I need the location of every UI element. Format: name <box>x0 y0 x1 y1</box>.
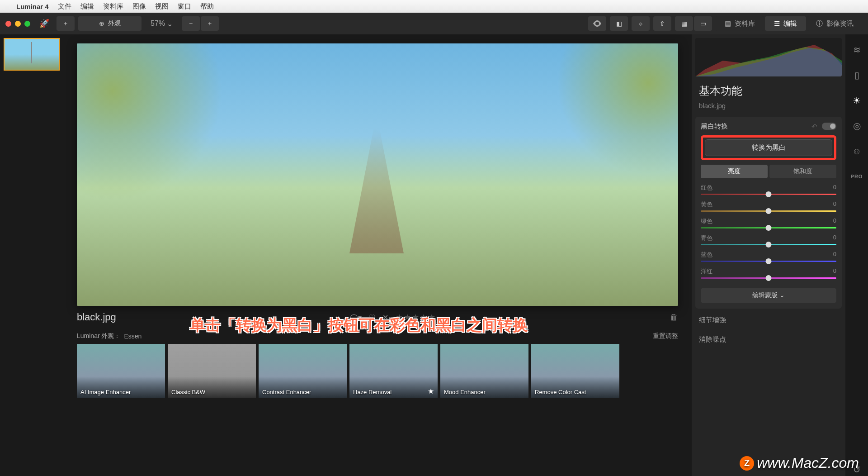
compare-button[interactable]: ◧ <box>610 16 628 31</box>
slider-track[interactable] <box>701 261 836 262</box>
look-preset[interactable]: Remove Color Cast <box>531 344 619 398</box>
color-slider-row: 黄色 0 <box>701 200 836 212</box>
edit-mask-button[interactable]: 编辑蒙版 ⌄ <box>701 288 836 303</box>
look-preset[interactable]: Haze Removal★ <box>349 344 438 398</box>
zoom-dropdown[interactable]: 57% ⌄ <box>145 19 178 28</box>
bw-section-title: 黑白转换 <box>701 122 728 131</box>
color-slider-row: 青色 0 <box>701 234 836 245</box>
slider-thumb[interactable] <box>766 191 772 197</box>
filmstrip <box>0 34 63 476</box>
essentials-icon[interactable]: ☀ <box>850 94 863 107</box>
filename: black.jpg <box>77 311 116 323</box>
canvas-icon[interactable]: ▯ <box>850 69 863 81</box>
slider-track[interactable] <box>701 277 836 279</box>
look-preset[interactable]: Mood Enhancer <box>440 344 528 398</box>
menu-image[interactable]: 图像 <box>132 2 146 11</box>
slider-name: 青色 <box>701 234 712 242</box>
color-slider-row: 红色 0 <box>701 184 836 195</box>
histogram[interactable] <box>695 38 842 76</box>
menu-view[interactable]: 视图 <box>155 2 169 11</box>
menu-help[interactable]: 帮助 <box>200 2 214 11</box>
slider-thumb[interactable] <box>766 275 772 281</box>
export-button[interactable]: ⇧ <box>653 16 671 31</box>
color-slider-row: 蓝色 0 <box>701 251 836 262</box>
section-toggle[interactable] <box>822 123 836 130</box>
looks-preset-group[interactable]: Essen <box>124 333 142 340</box>
image-content <box>377 43 378 253</box>
menu-file[interactable]: 文件 <box>58 2 71 11</box>
close-window-icon[interactable] <box>5 21 11 27</box>
details-section[interactable]: 细节增强 <box>692 310 845 330</box>
slider-thumb[interactable] <box>766 225 772 231</box>
brightness-tab[interactable]: 亮度 <box>701 165 768 178</box>
bw-conversion-section: 黑白转换 ↶ 转换为黑白 亮度 饱和度 红色 0 黄色 0 <box>695 117 842 309</box>
pro-icon[interactable]: PRO <box>850 170 863 183</box>
slider-track[interactable] <box>701 194 836 195</box>
look-label: Classic B&W <box>171 389 205 395</box>
tab-edit[interactable]: ☰ 编辑 <box>765 16 806 31</box>
sliders-icon: ☰ <box>774 19 780 28</box>
tab-library[interactable]: ▤ 资料库 <box>716 16 764 31</box>
slider-value: 0 <box>833 234 836 242</box>
appearance-button[interactable]: ⊕ 外观 <box>78 16 142 31</box>
image-content <box>77 43 257 201</box>
preview-button[interactable] <box>588 16 606 31</box>
layers-icon[interactable]: ≋ <box>850 43 863 56</box>
watermark-logo-icon: Z <box>740 456 754 471</box>
portrait-icon[interactable]: ☺ <box>850 145 863 157</box>
look-preset[interactable]: AI Image Enhancer <box>77 344 165 398</box>
trash-icon[interactable]: 🗑 <box>670 313 678 322</box>
denoise-section[interactable]: 消除噪点 <box>692 330 845 349</box>
look-preset[interactable]: Classic B&W <box>168 344 256 398</box>
zoom-out-button[interactable]: − <box>182 16 200 31</box>
tool-rail: ≋ ▯ ☀ ◎ ☺ PRO ↺ <box>845 34 868 476</box>
slider-value: 0 <box>833 217 836 225</box>
creative-icon[interactable]: ◎ <box>850 119 863 132</box>
rocket-icon[interactable]: 🚀 <box>39 19 49 29</box>
slider-thumb[interactable] <box>766 208 772 214</box>
saturation-tab[interactable]: 饱和度 <box>769 165 836 178</box>
venn-icon: ⊕ <box>99 20 104 27</box>
slider-value: 0 <box>833 267 836 276</box>
appearance-label: 外观 <box>108 19 121 28</box>
menu-edit[interactable]: 编辑 <box>80 2 94 11</box>
canvas-area: black.jpg ◯▾ ♡ ✕ ★★★★★ 🗑 单击「转换为黑白」按钮可在彩色… <box>63 34 692 476</box>
minimize-window-icon[interactable] <box>15 21 21 27</box>
panel-title: 基本功能 <box>692 80 845 102</box>
image-content <box>528 43 679 175</box>
fullscreen-window-icon[interactable] <box>24 21 30 27</box>
grid-view-button[interactable]: ▦ <box>675 16 693 31</box>
slider-thumb[interactable] <box>766 242 772 248</box>
slider-name: 黄色 <box>701 200 712 209</box>
tab-library-label: 资料库 <box>735 19 755 28</box>
color-slider-row: 绿色 0 <box>701 217 836 228</box>
zoom-level: 57% <box>151 19 165 28</box>
image-preview[interactable] <box>77 43 678 306</box>
slider-thumb[interactable] <box>766 258 772 264</box>
slider-track[interactable] <box>701 244 836 245</box>
thumbnail-selected[interactable] <box>4 38 60 71</box>
library-icon: ▤ <box>725 19 731 28</box>
slider-name: 洋红 <box>701 267 712 276</box>
window-toolbar: 🚀 + ⊕ 外观 57% ⌄ − + ◧ ⟐ ⇧ ▦ ▭ ▤ 资料库 ☰ 编辑 … <box>0 13 868 34</box>
panel-subtitle: black.jpg <box>692 102 845 115</box>
look-preset[interactable]: Contrast Enhancer <box>259 344 347 398</box>
tutorial-annotation: 单击「转换为黑白」按钮可在彩色和黑白之间转换 <box>190 315 528 336</box>
single-view-button[interactable]: ▭ <box>694 16 712 31</box>
undo-icon[interactable]: ↶ <box>811 123 817 131</box>
look-label: Haze Removal <box>353 389 392 395</box>
slider-track[interactable] <box>701 227 836 228</box>
zoom-in-button[interactable]: + <box>201 16 219 31</box>
add-button[interactable]: + <box>57 16 75 31</box>
convert-bw-button[interactable]: 转换为黑白 <box>705 139 832 156</box>
menu-library[interactable]: 资料库 <box>103 2 123 11</box>
slider-track[interactable] <box>701 210 836 212</box>
menu-window[interactable]: 窗口 <box>178 2 191 11</box>
tab-info[interactable]: ⓘ 影像资讯 <box>807 16 863 31</box>
app-name[interactable]: Luminar 4 <box>16 3 49 10</box>
look-label: Mood Enhancer <box>444 389 486 395</box>
look-label: Remove Color Cast <box>535 389 586 395</box>
reset-adjustments[interactable]: 重置调整 <box>653 332 678 340</box>
star-icon: ★ <box>428 387 434 395</box>
crop-button[interactable]: ⟐ <box>632 16 650 31</box>
